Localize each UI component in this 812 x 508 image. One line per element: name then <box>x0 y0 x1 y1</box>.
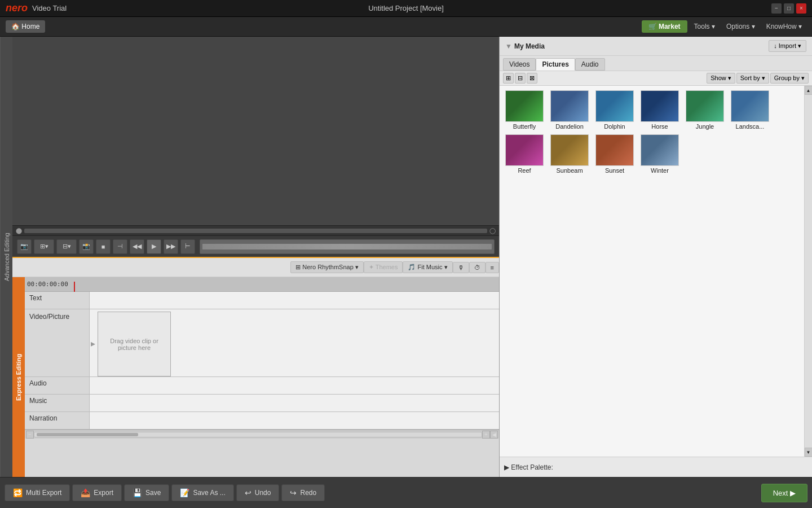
drag-arrow-icon: ▸ <box>91 338 95 348</box>
view-detail-button[interactable]: ⊠ <box>527 73 537 84</box>
media-label: Sunbeam <box>556 167 582 174</box>
sort-by-button[interactable]: Sort by ▾ <box>736 73 769 84</box>
multi-export-button[interactable]: 🔁 Multi Export <box>5 484 70 501</box>
hscroll-left-button[interactable]: ◀ <box>490 431 498 439</box>
view-toggle-button[interactable]: ⊞▾ <box>34 239 54 254</box>
effect-palette-label: ▶ Effect Palette: <box>504 463 553 471</box>
progress-end: ◯ <box>489 227 496 234</box>
export-button[interactable]: 📤 Export <box>72 484 122 501</box>
media-scrollbar-track[interactable] <box>805 95 813 448</box>
zoom-in-button[interactable]: + <box>482 431 490 439</box>
media-panel-title: My Media <box>514 42 545 50</box>
media-item-reef[interactable]: Reef <box>504 134 545 174</box>
rewind-button[interactable]: ◀◀ <box>130 239 144 254</box>
media-item-landsca[interactable]: Landsca... <box>730 90 770 130</box>
timeline-tracks: 00:00:00:00 Text Video/Picture ▸ <box>25 277 499 477</box>
media-item-horse[interactable]: Horse <box>639 90 680 130</box>
trim-button[interactable]: ⊣ <box>113 239 127 254</box>
minimize-button[interactable]: − <box>771 3 782 14</box>
media-item-sunset[interactable]: Sunset <box>594 134 635 174</box>
media-item-sunbeam[interactable]: Sunbeam <box>549 134 590 174</box>
video-track-content[interactable]: ▸ Drag video clip or picture here <box>90 309 499 376</box>
media-item-jungle[interactable]: Jungle <box>685 90 725 130</box>
layout-button[interactable]: ⊟▾ <box>56 239 77 254</box>
fit-music-button[interactable]: 🎵 Fit Music ▾ <box>403 261 452 273</box>
effect-palette[interactable]: ▶ Effect Palette: <box>500 457 812 477</box>
media-label: Horse <box>651 123 668 130</box>
tools-menu[interactable]: Tools ▾ <box>690 20 720 33</box>
time-display: 00:00:00:00 <box>27 281 68 288</box>
timer-button[interactable]: ⏱ <box>469 262 486 273</box>
maximize-button[interactable]: □ <box>784 3 794 14</box>
split-button[interactable]: ⊢ <box>180 239 195 254</box>
view-grid-button[interactable]: ⊞ <box>503 73 514 84</box>
group-by-button[interactable]: Group by ▾ <box>770 73 809 84</box>
menubar: 🏠 Home 🛒 Market Tools ▾ Options ▾ KnowHo… <box>0 17 812 37</box>
save-button[interactable]: 💾 Save <box>124 484 169 501</box>
express-editing-tab[interactable]: Express Editing <box>12 277 25 477</box>
app-name: Video Trial <box>32 4 67 12</box>
music-track-label: Music <box>25 395 90 411</box>
redo-button[interactable]: ↪ Redo <box>281 484 325 501</box>
knowhow-menu[interactable]: KnowHow ▾ <box>762 20 806 33</box>
audio-track-content[interactable] <box>90 377 499 394</box>
record-button[interactable]: 🎙 <box>453 262 469 273</box>
bottom-section: ⊞ Nero RhythmSnap ▾ ✦ Themes 🎵 Fit Music… <box>12 257 499 477</box>
media-thumb <box>550 90 589 122</box>
media-scrollbar-down[interactable]: ▼ <box>805 448 813 457</box>
tab-audio[interactable]: Audio <box>575 58 605 71</box>
play-button[interactable]: ▶ <box>147 239 161 254</box>
text-track-label: Text <box>25 292 90 309</box>
window-title: Untitled Project [Movie] <box>368 4 444 12</box>
hscroll-track[interactable] <box>34 432 482 437</box>
export-icon: 📤 <box>81 488 90 497</box>
media-scrollbar-up[interactable]: ▲ <box>805 86 813 95</box>
stop-button[interactable]: ■ <box>96 239 111 254</box>
save-as-button[interactable]: 📝 Save As ... <box>171 484 233 501</box>
music-track: Music <box>25 395 499 412</box>
timeline-settings-button[interactable]: ≡ <box>486 262 499 273</box>
hscroll-thumb[interactable] <box>37 433 138 436</box>
narration-track-label: Narration <box>25 412 90 429</box>
window-controls[interactable]: − □ × <box>771 3 806 14</box>
view-list-button[interactable]: ⊟ <box>515 73 526 84</box>
progress-bar-container[interactable] <box>24 229 487 233</box>
show-button[interactable]: Show ▾ <box>707 73 735 84</box>
media-label: Dandelion <box>555 123 584 130</box>
preview-screen <box>12 37 499 225</box>
media-item-dandelion[interactable]: Dandelion <box>549 90 590 130</box>
tab-videos[interactable]: Videos <box>503 58 536 71</box>
media-thumb <box>686 90 724 122</box>
import-button[interactable]: ↓ Import ▾ <box>769 40 806 52</box>
zoom-out-button[interactable]: − <box>26 431 34 439</box>
next-button[interactable]: Next ▶ <box>761 484 807 502</box>
media-label: Reef <box>518 167 531 174</box>
tab-pictures[interactable]: Pictures <box>536 58 575 71</box>
close-button[interactable]: × <box>796 3 806 14</box>
media-thumb <box>595 134 634 166</box>
media-item-butterfly[interactable]: Butterfly <box>504 90 545 130</box>
home-button[interactable]: 🏠 Home <box>6 20 45 33</box>
video-track-label: Video/Picture <box>25 309 90 376</box>
forward-button[interactable]: ▶▶ <box>164 239 178 254</box>
media-item-winter[interactable]: Winter <box>639 134 680 174</box>
undo-button[interactable]: ↩ Undo <box>236 484 280 501</box>
music-track-content[interactable] <box>90 395 499 411</box>
options-menu[interactable]: Options ▾ <box>722 20 760 33</box>
advanced-editing-tab[interactable]: Advanced Editing <box>0 37 12 477</box>
collapse-icon[interactable]: ▼ <box>505 42 512 50</box>
media-panel: ▼ My Media ↓ Import ▾ Videos Pictures Au… <box>499 37 812 477</box>
market-button[interactable]: 🛒 Market <box>642 20 687 33</box>
camera-button[interactable]: 📸 <box>79 239 94 254</box>
themes-button[interactable]: ✦ Themes <box>364 261 403 273</box>
nero-rhythmsnap-button[interactable]: ⊞ Nero RhythmSnap ▾ <box>290 261 364 273</box>
media-item-dolphin[interactable]: Dolphin <box>594 90 635 130</box>
drag-placeholder: Drag video clip or picture here <box>98 312 171 376</box>
left-column: ⬤ ◯ 📷 ⊞▾ ⊟▾ 📸 ■ ⊣ ◀◀ ▶ ▶▶ ⊢ <box>12 37 499 477</box>
text-track-content[interactable] <box>90 292 499 309</box>
audio-track-label: Audio <box>25 377 90 394</box>
snapshot-button[interactable]: 📷 <box>17 239 32 254</box>
audio-track: Audio <box>25 377 499 395</box>
narration-track-content[interactable] <box>90 412 499 429</box>
timeline-ruler[interactable] <box>200 239 495 254</box>
